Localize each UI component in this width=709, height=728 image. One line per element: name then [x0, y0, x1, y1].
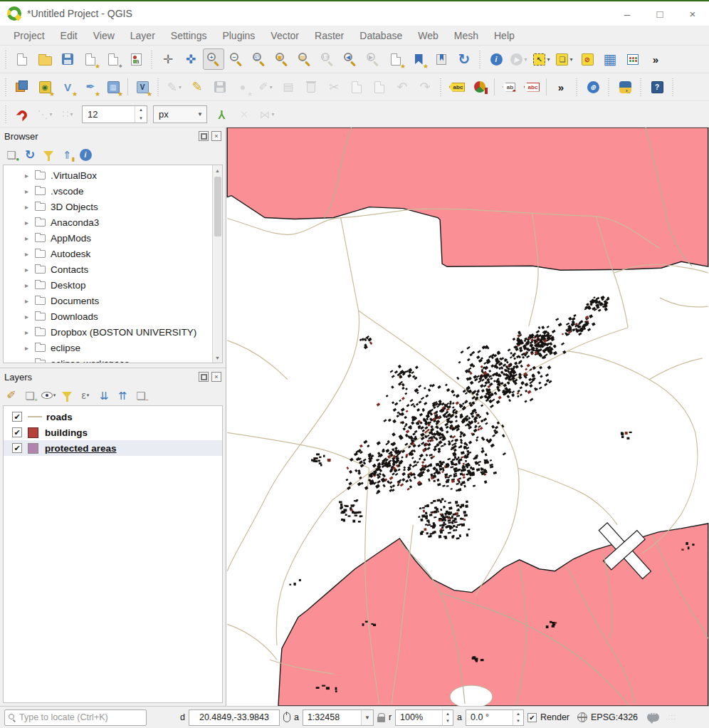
delete-selected-trash-icon[interactable] [300, 76, 322, 98]
expand-arrow-icon[interactable]: ▸ [25, 187, 35, 195]
toolbar-drag-handle[interactable] [606, 78, 611, 96]
spin-down-icon[interactable]: ▼ [443, 717, 453, 725]
browser-item-eclipse[interactable]: ▸eclipse [4, 340, 212, 355]
browser-item-dropbox-boston-university-[interactable]: ▸Dropbox (BOSTON UNIVERSITY) [4, 324, 212, 340]
menu-mesh[interactable]: Mesh [446, 26, 486, 46]
scroll-down-icon[interactable]: ▼ [213, 353, 222, 363]
run-feature-action-dropdown-icon[interactable]: ▾ [524, 56, 527, 63]
pan-map-icon[interactable]: ✛ [157, 48, 179, 70]
window-resize-grip[interactable]: ······· [666, 714, 676, 721]
map-render[interactable] [226, 128, 709, 706]
new-map-view-page-icon[interactable]: ★ [385, 48, 406, 70]
layer-diagram-options-pie-icon[interactable] [469, 76, 490, 98]
metasearch-round-icon[interactable]: ⊕ [582, 76, 604, 98]
magnifier-spinbox[interactable]: 100% ▲▼ [395, 709, 453, 726]
browser-item-3d-objects[interactable]: ▸3D Objects [4, 199, 212, 214]
scale-combobox[interactable]: 1:32458 ▼ [303, 709, 374, 726]
toolbar-drag-handle[interactable] [478, 50, 483, 68]
toolbar-drag-handle[interactable] [4, 78, 9, 96]
layer-visibility-checkbox[interactable]: ✔ [12, 427, 22, 437]
show-layout-manager-page-icon[interactable]: ✦ [103, 48, 124, 70]
toolbar-drag-handle[interactable] [156, 78, 161, 96]
spin-down-icon[interactable]: ▼ [513, 717, 523, 725]
expand-arrow-icon[interactable]: ▸ [25, 328, 35, 336]
locate-search[interactable] [4, 709, 147, 726]
maximize-button[interactable]: □ [644, 2, 676, 25]
select-features-by-value-box-icon[interactable]: ❏▾ [554, 48, 575, 70]
remove-layer-icon[interactable]: ❏− [132, 387, 149, 404]
multiedit-attributes-icon[interactable]: ▤ [278, 76, 299, 98]
menu-view[interactable]: View [85, 26, 122, 46]
locate-input[interactable] [19, 712, 142, 722]
spin-up-icon[interactable]: ▲ [443, 710, 453, 718]
snapping-tolerance-spinbox[interactable]: 12▲▼ [82, 105, 147, 123]
expand-arrow-icon[interactable]: ▸ [25, 172, 35, 180]
expand-arrow-icon[interactable]: ▸ [25, 234, 35, 242]
extent-tracking-icon[interactable] [283, 712, 290, 722]
snapping-mode-vertex-dropdown-icon[interactable]: ▾ [49, 111, 52, 118]
crs-globe-icon[interactable] [577, 712, 587, 722]
expand-arrow-icon[interactable]: ▸ [25, 281, 35, 289]
layer-row-roads[interactable]: ✔roads [4, 409, 222, 425]
menu-layer[interactable]: Layer [122, 26, 163, 46]
highlight-pinned-labels-tag-icon[interactable]: abc [521, 76, 542, 98]
crs-value[interactable]: EPSG:4326 [591, 712, 638, 722]
current-edits-dropdown-icon[interactable]: ▾ [179, 84, 182, 90]
browser-item-autodesk[interactable]: ▸Autodesk [4, 246, 212, 261]
toolbar-drag-handle[interactable] [149, 50, 154, 68]
snapping-mode-segment-dropdown-icon[interactable]: ▾ [70, 111, 73, 118]
new-virtual-layer-box-icon[interactable]: V★ [132, 76, 153, 98]
zoom-next-mag-icon[interactable]: ▶ [362, 48, 384, 70]
new-temporary-scratch-layer-box-icon[interactable]: ▥★ [103, 76, 124, 98]
layer-visibility-checkbox[interactable]: ✔ [12, 412, 22, 422]
menu-raster[interactable]: Raster [307, 26, 352, 46]
toolbar-drag-handle[interactable] [4, 50, 9, 68]
close-button[interactable]: × [676, 2, 709, 25]
browser-item--vscode[interactable]: ▸.vscode [4, 183, 212, 199]
toolbar-overflow-2-icon[interactable]: » [550, 76, 572, 98]
python-console-python-icon[interactable] [614, 76, 636, 98]
show-spatial-bookmarks-bookmark2-icon[interactable] [431, 48, 452, 70]
toolbar-drag-handle[interactable] [438, 78, 443, 96]
new-spatialite-layer-icon[interactable]: ✒★ [80, 76, 101, 98]
zoom-native-mag-icon[interactable]: 1:1 [317, 48, 338, 70]
select-features-dropdown-icon[interactable]: ▾ [547, 56, 550, 63]
browser-item-contacts[interactable]: ▸Contacts [4, 261, 212, 277]
browser-item-documents[interactable]: ▸Documents [4, 293, 212, 308]
panel-resize-handle[interactable]: ······ [103, 359, 124, 363]
zoom-out-mag-icon[interactable]: − [226, 48, 247, 70]
digitize-shape-icon[interactable]: ●★ [232, 76, 253, 98]
filter-by-expression-dropdown-icon[interactable]: ▾ [87, 392, 90, 398]
topological-editing-icon[interactable]: Y [211, 103, 232, 125]
scale-dropdown-icon[interactable]: ▼ [361, 710, 373, 725]
toolbar-drag-handle[interactable] [4, 105, 9, 123]
menu-project[interactable]: Project [6, 26, 53, 46]
open-attribute-table-icon[interactable]: ▦ [599, 48, 621, 70]
menu-database[interactable]: Database [352, 26, 410, 46]
spin-up-icon[interactable]: ▲ [513, 710, 523, 718]
layer-labeling-options-tag-icon[interactable]: abc [446, 76, 468, 98]
expand-arrow-icon[interactable]: ▸ [25, 344, 35, 352]
toolbar-drag-handle[interactable] [671, 78, 676, 96]
cut-features-icon[interactable]: ✂ [323, 76, 345, 98]
browser-item-desktop[interactable]: ▸Desktop [4, 277, 212, 293]
manage-map-themes-eye-icon[interactable]: ▾ [40, 387, 57, 404]
snapping-mode-vertex-icon[interactable]: ⋱▾ [34, 103, 56, 125]
undo-icon[interactable]: ↶ [392, 76, 413, 98]
enable-snapping-magnet-icon[interactable] [11, 103, 33, 125]
expand-arrow-icon[interactable]: ▸ [25, 266, 35, 274]
menu-web[interactable]: Web [410, 26, 446, 46]
run-feature-action-round-icon[interactable]: ▶▾ [508, 48, 530, 70]
zoom-full-mag-icon[interactable]: ◱ [248, 48, 270, 70]
add-selected-layers-icon[interactable]: ❏● [3, 146, 20, 163]
toolbar-drag-handle[interactable] [574, 78, 579, 96]
snapping-mode-segment-icon[interactable]: ∷▾ [57, 103, 78, 125]
new-geopackage-layer-box-icon[interactable]: ◉★ [34, 76, 56, 98]
copy-features-page-icon[interactable] [346, 76, 367, 98]
browser-item--virtualbox[interactable]: ▸.VirtualBox [4, 167, 212, 183]
new-shapefile-layer-icon[interactable]: V★ [57, 76, 78, 98]
layer-visibility-checkbox[interactable]: ✔ [12, 443, 22, 453]
expand-arrow-icon[interactable]: ▸ [25, 297, 35, 305]
pin-labels-tag-icon[interactable]: ab [498, 76, 520, 98]
map-canvas[interactable] [226, 128, 709, 706]
